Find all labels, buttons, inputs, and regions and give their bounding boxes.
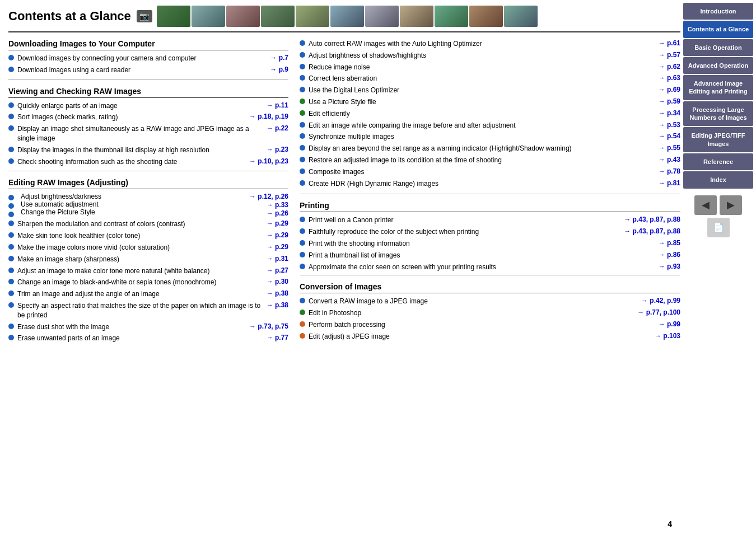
bullet-icon: [8, 279, 14, 284]
item-link[interactable]: → p.43, p.87, p.88: [624, 216, 680, 223]
bullet-icon: [8, 232, 14, 238]
nav-btn-introduction[interactable]: Introduction: [683, 3, 753, 20]
item-link[interactable]: → p.18, p.19: [249, 113, 288, 120]
item-link[interactable]: → p.29: [267, 219, 288, 227]
item-text: Edit in Photoshop: [309, 308, 635, 318]
item-link[interactable]: → p.99: [659, 320, 680, 328]
bullet-icon: [8, 302, 14, 308]
item-text: Download images by connecting your camer…: [17, 54, 265, 63]
item-text: Reduce image noise: [309, 63, 656, 72]
nav-home-button[interactable]: 📄: [707, 218, 730, 237]
item-link[interactable]: → p.93: [659, 263, 680, 270]
header-image-5: [296, 6, 329, 27]
bullet-icon: [300, 157, 305, 162]
item-link[interactable]: → p.7: [270, 54, 288, 62]
nav-btn-basic[interactable]: Basic Operation: [683, 39, 753, 56]
right-column: Auto correct RAW images with the Auto Li…: [300, 39, 680, 345]
section-editing-title: Editing RAW Images (Adjusting): [8, 178, 288, 189]
item-link[interactable]: → p.57: [659, 51, 680, 59]
nav-btn-index[interactable]: Index: [683, 171, 753, 188]
nav-prev-button[interactable]: ◀: [694, 195, 717, 215]
item-text: Print a thumbnail list of images: [309, 251, 656, 260]
item-link[interactable]: → p.43: [659, 156, 680, 163]
item-link[interactable]: → p.30: [267, 278, 288, 285]
item-link[interactable]: → p.22: [267, 124, 288, 132]
item-link[interactable]: → p.27: [267, 266, 288, 274]
header-image-10: [469, 6, 503, 27]
list-item: Print a thumbnail list of images → p.86: [300, 251, 680, 260]
header-image-9: [435, 6, 468, 27]
bullet-icon: [300, 240, 305, 246]
list-item: Erase unwanted parts of an image → p.77: [8, 334, 288, 343]
item-link[interactable]: → p.42, p.99: [641, 297, 680, 305]
nav-btn-adv-img[interactable]: Advanced Image Editing and Printing: [683, 75, 753, 100]
item-link[interactable]: → p.23: [267, 146, 288, 153]
list-item: Synchronize multiple images → p.54: [300, 132, 680, 142]
nav-bottom-icons: ◀ ▶ 📄: [683, 195, 753, 237]
item-link[interactable]: → p.81: [659, 179, 680, 187]
item-text: Use a Picture Style file: [309, 97, 656, 107]
item-link[interactable]: → p.38: [267, 301, 288, 309]
header-image-6: [330, 6, 364, 27]
nav-next-button[interactable]: ▶: [720, 195, 742, 215]
section-downloading-title: Downloading Images to Your Computer: [8, 39, 288, 50]
list-item: Perform batch processing → p.99: [300, 320, 680, 330]
list-item: Download images using a card reader → p.…: [8, 65, 288, 75]
item-link[interactable]: → p.55: [659, 144, 680, 152]
item-link[interactable]: → p.29: [267, 243, 288, 251]
nav-btn-editing[interactable]: Editing JPEG/TIFF Images: [683, 127, 753, 152]
list-item: Display an area beyond the set range as …: [300, 144, 680, 153]
item-link[interactable]: → p.69: [659, 86, 680, 93]
nav-btn-reference[interactable]: Reference: [683, 153, 753, 170]
item-link[interactable]: → p.29: [267, 231, 288, 239]
item-link[interactable]: → p.86: [659, 251, 680, 259]
item-link[interactable]: → p.73, p.75: [249, 322, 288, 330]
item-link[interactable]: → p.43, p.87, p.88: [624, 227, 680, 235]
item-link[interactable]: → p.38: [267, 289, 288, 297]
item-link[interactable]: → p.10, p.23: [249, 157, 288, 165]
item-link[interactable]: → p.85: [659, 239, 680, 247]
item-link[interactable]: → p.53: [659, 121, 680, 129]
bullet-icon: [8, 256, 14, 261]
item-link[interactable]: → p.78: [659, 167, 680, 175]
bullet-icon: [8, 212, 14, 217]
item-link[interactable]: → p.11: [267, 101, 288, 109]
item-link[interactable]: → p.33: [249, 201, 288, 209]
nav-btn-advanced-op[interactable]: Advanced Operation: [683, 57, 753, 74]
item-text: Erase dust shot with the image: [17, 322, 247, 332]
bullet-icon: [300, 145, 305, 151]
item-text: Print well on a Canon printer: [309, 216, 622, 225]
list-item: Edit in Photoshop → p.77, p.100: [300, 308, 680, 318]
item-text: Use the Digital Lens Optimizer: [309, 86, 656, 95]
item-link[interactable]: → p.34: [659, 109, 680, 117]
bullet-icon: [300, 52, 305, 58]
list-item: Convert a RAW image to a JPEG image → p.…: [300, 297, 680, 306]
item-text: Adjust an image to make color tone more …: [17, 266, 264, 276]
item-link[interactable]: → p.26: [249, 209, 288, 217]
item-link[interactable]: → p.61: [659, 39, 680, 47]
nav-btn-processing[interactable]: Processing Large Numbers of Images: [683, 101, 753, 127]
item-link[interactable]: → p.77, p.100: [637, 308, 680, 316]
item-link[interactable]: → p.63: [659, 74, 680, 82]
list-item: Edit an image while comparing the image …: [300, 121, 680, 130]
bullet-icon: [300, 298, 305, 303]
item-text: Display an area beyond the set range as …: [309, 144, 656, 153]
list-item: Use the Digital Lens Optimizer → p.69: [300, 86, 680, 95]
item-link[interactable]: → p.62: [659, 63, 680, 71]
list-item: Download images by connecting your camer…: [8, 54, 288, 63]
bullet-icon: [300, 180, 305, 186]
item-link[interactable]: → p.31: [267, 255, 288, 263]
item-link[interactable]: → p.103: [655, 332, 680, 340]
advanced-editing-section: Auto correct RAW images with the Auto Li…: [300, 39, 680, 188]
item-link[interactable]: → p.9: [270, 65, 288, 73]
header-images: [157, 6, 538, 27]
item-link[interactable]: → p.77: [267, 334, 288, 341]
nav-btn-contents[interactable]: Contents at a Glance: [683, 21, 753, 38]
item-link[interactable]: → p.54: [659, 132, 680, 140]
item-text: Faithfully reproduce the color of the su…: [309, 227, 622, 237]
list-item: Correct lens aberration → p.63: [300, 74, 680, 83]
item-text: Make skin tone look healthier (color ton…: [17, 231, 264, 241]
item-link[interactable]: → p.12, p.26: [249, 193, 288, 200]
item-link[interactable]: → p.59: [659, 97, 680, 105]
item-text: Quickly enlarge parts of an image: [17, 101, 264, 111]
